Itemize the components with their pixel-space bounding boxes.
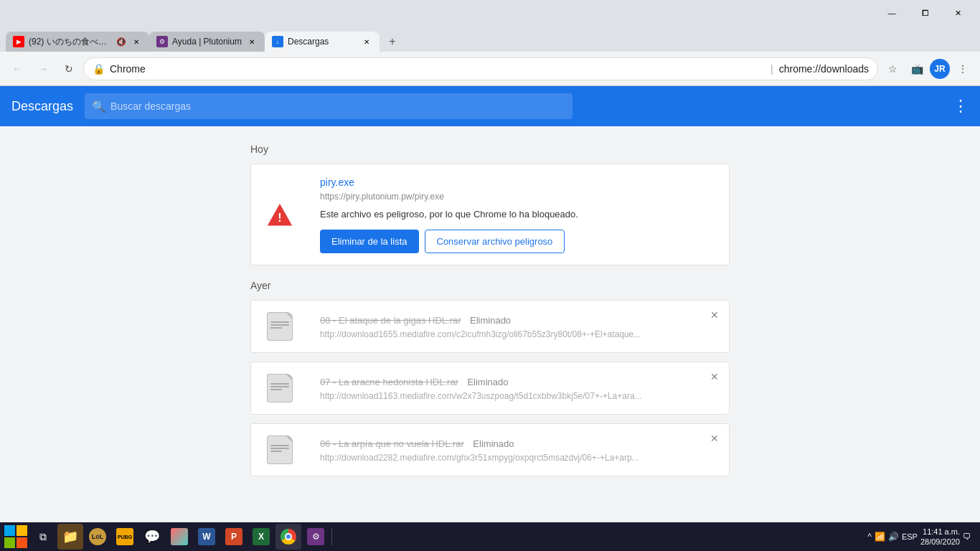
taskbar-clock[interactable]: 11:41 a.m. 28/09/2020 [920, 527, 960, 547]
plutonium-taskbar-button[interactable]: ⚙ [303, 524, 329, 550]
content-inner: Hoy ! piry.exe https://piry.plutonium.pw… [239, 143, 741, 476]
downloads-page: Descargas 🔍 ⋮ Hoy ! [0, 86, 980, 522]
start-button[interactable] [3, 524, 29, 550]
danger-triangle-icon: ! [265, 200, 294, 229]
rar-file-icon-1 [267, 374, 293, 402]
tab-plutonium[interactable]: ⚙ Ayuda | Plutonium ✕ [149, 32, 265, 52]
more-options-button[interactable]: ⋮ [953, 97, 969, 116]
taskbar: ⧉ 📁 LoL PUBG 💬 W P X [0, 522, 980, 551]
paintnet-icon [171, 528, 188, 545]
tab-youtube-title: (92) いのちの食べ方 - Eve MV [29, 36, 112, 48]
downloads-favicon: ↓ [272, 36, 283, 47]
deleted-filename-0: 08 - El ataque de la gigas HDL.rar [320, 315, 461, 326]
pubg-icon: PUBG [116, 528, 133, 545]
rar-file-icon-2 [267, 435, 293, 464]
deleted-download-body-0: 08 - El ataque de la gigas HDL.rar Elimi… [308, 305, 729, 348]
downloads-header: Descargas 🔍 ⋮ [0, 86, 980, 126]
excel-icon: X [253, 528, 270, 545]
taskbar-right: ^ 📶 🔊 ESP 11:41 a.m. 28/09/2020 🗨 [867, 527, 977, 547]
dangerous-download-warning: Este archivo es peligroso, por lo que Ch… [320, 209, 717, 220]
word-button[interactable]: W [194, 524, 220, 550]
lol-button[interactable]: LoL [85, 524, 110, 550]
dangerous-download-body: piry.exe https://piry.plutonium.pw/piry.… [308, 164, 729, 265]
tab-downloads-title: Descargas [288, 37, 357, 47]
powerpoint-icon: P [225, 528, 242, 545]
window-controls: — ⧠ ✕ [875, 0, 974, 26]
danger-icon-wrap: ! [251, 164, 308, 265]
reload-button[interactable]: ↻ [57, 57, 80, 80]
address-site: Chrome [110, 63, 765, 75]
deleted-url-0: http://download1655.mediafire.com/c2icuf… [320, 329, 717, 339]
deleted-download-card-2: 06 - La arpía que no vuela HDL.rar Elimi… [250, 423, 730, 476]
address-input-wrap[interactable]: 🔒 Chrome | chrome://downloads [83, 57, 878, 80]
deleted-icon-wrap-2 [251, 424, 308, 476]
tabs-bar: ▶ (92) いのちの食べ方 - Eve MV 🔇 ✕ ⚙ Ayuda | Pl… [0, 26, 980, 52]
cast-button[interactable]: 📺 [905, 57, 928, 80]
search-icon: 🔍 [92, 100, 106, 113]
deleted-download-body-2: 06 - La arpía que no vuela HDL.rar Elimi… [308, 428, 729, 471]
page-title: Descargas [11, 99, 73, 114]
volume-icon: 🔊 [888, 532, 899, 542]
bookmark-button[interactable]: ☆ [881, 57, 904, 80]
chrome-taskbar-icon [281, 529, 296, 545]
deleted-status-0: Eliminado [470, 315, 511, 326]
address-url: chrome://downloads [779, 63, 869, 75]
chrome-taskbar-button[interactable] [275, 524, 301, 550]
paintnet-button[interactable] [166, 524, 192, 550]
close-button[interactable]: ✕ [941, 0, 974, 26]
search-input[interactable] [85, 93, 573, 119]
discord-button[interactable]: 💬 [139, 524, 165, 550]
search-wrap: 🔍 [85, 93, 573, 119]
powerpoint-button[interactable]: P [221, 524, 247, 550]
keep-dangerous-file-button[interactable]: Conservar archivo peligroso [425, 230, 565, 253]
lock-icon: 🔒 [93, 63, 104, 75]
excel-button[interactable]: X [248, 524, 274, 550]
youtube-favicon: ▶ [13, 36, 24, 47]
main-content[interactable]: Hoy ! piry.exe https://piry.plutonium.pw… [0, 126, 980, 522]
tab-plutonium-title: Ayuda | Plutonium [172, 37, 242, 47]
menu-button[interactable]: ⋮ [951, 57, 974, 80]
dangerous-filename-link[interactable]: piry.exe [320, 176, 354, 188]
language-label: ESP [902, 532, 918, 541]
tab-youtube-close[interactable]: ✕ [131, 36, 142, 47]
delete-card-close-0[interactable]: ✕ [706, 306, 723, 324]
deleted-status-2: Eliminado [473, 438, 514, 449]
tab-plutonium-close[interactable]: ✕ [246, 36, 258, 47]
explorer-icon: 📁 [62, 529, 78, 545]
rar-file-icon-0 [267, 312, 293, 341]
remove-from-list-button[interactable]: Eliminar de la lista [320, 230, 419, 253]
deleted-filename-1: 07 - La aracne hedonista HDL.rar [320, 377, 458, 387]
taskview-button[interactable]: ⧉ [30, 524, 56, 550]
tab-youtube[interactable]: ▶ (92) いのちの食べ方 - Eve MV 🔇 ✕ [6, 32, 149, 52]
discord-icon: 💬 [144, 529, 160, 545]
section-label-today: Hoy [250, 143, 730, 155]
notification-button[interactable]: 🗨 [963, 532, 971, 542]
profile-button[interactable]: JR [930, 59, 950, 79]
explorer-button[interactable]: 📁 [57, 524, 83, 550]
deleted-download-card-1: 07 - La aracne hedonista HDL.rar Elimina… [250, 362, 730, 415]
title-bar: — ⧠ ✕ [0, 0, 980, 26]
deleted-url-2: http://download2282.mediafire.com/ghx3r5… [320, 453, 717, 463]
tab-downloads[interactable]: ↓ Descargas ✕ [265, 32, 380, 52]
tab-downloads-close[interactable]: ✕ [361, 36, 372, 47]
forward-button[interactable]: → [32, 57, 55, 80]
taskbar-time-text: 11:41 a.m. [920, 527, 960, 537]
pubg-button[interactable]: PUBG [112, 524, 138, 550]
browser-frame: — ⧠ ✕ ▶ (92) いのちの食べ方 - Eve MV 🔇 ✕ ⚙ Ayud… [0, 0, 980, 86]
address-separator: | [771, 63, 773, 75]
new-tab-button[interactable]: + [382, 32, 402, 52]
lol-icon: LoL [89, 528, 106, 545]
delete-card-close-1[interactable]: ✕ [706, 368, 723, 385]
delete-card-close-2[interactable]: ✕ [706, 430, 723, 447]
dangerous-download-actions: Eliminar de la lista Conservar archivo p… [320, 230, 717, 253]
windows-logo [4, 525, 27, 548]
taskbar-date-text: 28/09/2020 [920, 537, 960, 547]
deleted-icon-wrap-1 [251, 362, 308, 414]
back-button[interactable]: ← [6, 57, 29, 80]
taskbar-separator [331, 528, 332, 545]
minimize-button[interactable]: — [875, 0, 908, 26]
tray-up-arrow[interactable]: ^ [867, 532, 872, 542]
maximize-button[interactable]: ⧠ [908, 0, 941, 26]
wifi-icon: 📶 [875, 532, 885, 542]
deleted-download-body-1: 07 - La aracne hedonista HDL.rar Elimina… [308, 367, 729, 410]
